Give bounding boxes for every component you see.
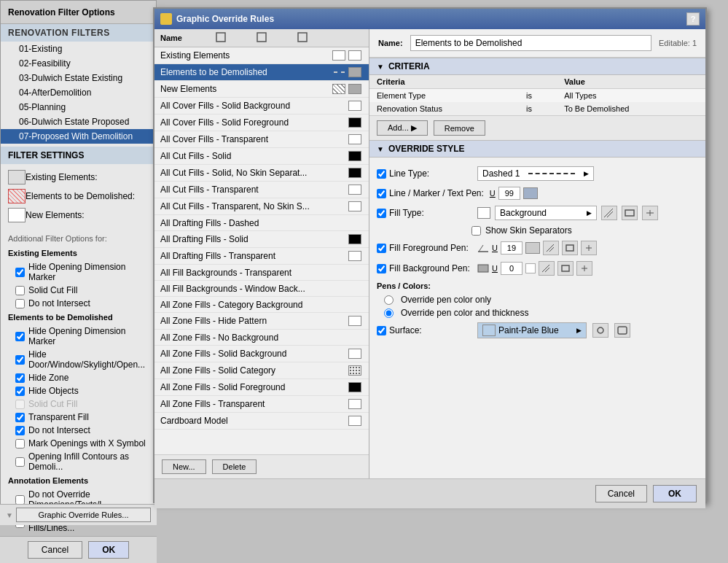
filter-item-05[interactable]: 05-Planning [1,100,156,114]
line-type-label: Line Type: [377,168,471,179]
fill-back-num[interactable]: 0 [501,262,522,275]
svg-rect-5 [625,210,634,216]
list-item-draft-solid[interactable]: All Drafting Fills - Solid [154,231,369,248]
fill-icon-btn2[interactable] [622,206,638,220]
criteria-cell-status: Renovation Status [369,102,519,115]
list-item-cover-trans[interactable]: All Cover Fills - Transparent [154,131,369,148]
gor-ok-button[interactable]: OK [653,485,697,502]
cb-demo-mark-openings[interactable]: Mark Openings with X Symbol [1,437,156,450]
eraser-btn[interactable] [525,263,536,273]
line-marker-num[interactable]: 99 [498,187,520,200]
cb-existing-do-not-intersect[interactable]: Do not Intersect [1,297,156,310]
new-rule-button[interactable]: New... [162,459,206,474]
existing-swatch2 [347,50,363,61]
filter-item-03[interactable]: 03-Dulwich Estate Existing [1,71,156,85]
list-item-cut-solid[interactable]: All Cut Fills - Solid [154,148,369,165]
cb-demo-hide-zone[interactable]: Hide Zone [1,371,156,384]
list-item-cut-solid-noskin[interactable]: All Cut Fills - Solid, No Skin Separat..… [154,165,369,182]
list-item-cardboard[interactable]: Cardboard Model [154,413,369,430]
fill-fore-color[interactable] [525,242,540,254]
criteria-row-2[interactable]: Renovation Status is To Be Demolished [369,102,705,115]
fill-fore-checkbox[interactable] [377,244,386,253]
filter-item-02[interactable]: 02-Feasibility [1,56,156,71]
cb-demo-opening-infill[interactable]: Opening Infill Contours as Demoli... [1,450,156,473]
radio-pen-thickness[interactable] [384,308,394,318]
cb-existing-solid-cut[interactable]: Solid Cut Fill [1,284,156,297]
radio-pen-only[interactable] [384,295,394,305]
list-item-draft-dashed[interactable]: All Drafting Fills - Dashed [154,215,369,231]
surface-checkbox[interactable] [377,326,386,335]
surface-btn1[interactable] [592,323,608,338]
help-button[interactable]: ? [686,12,700,26]
fill-fore-num[interactable]: 19 [501,241,522,255]
cb-demo-do-not-intersect[interactable]: Do not Intersect [1,424,156,437]
svg-rect-0 [216,33,225,42]
fill-back-checkbox[interactable] [377,264,386,273]
list-item-zone-nobg[interactable]: All Zone Fills - No Background [154,330,369,346]
reno-ok-button[interactable]: OK [88,541,129,559]
delete-rule-button[interactable]: Delete [212,459,257,474]
list-item-fillbg-trans[interactable]: All Fill Backgrounds - Transparent [154,265,369,281]
fill-fore-btn2[interactable] [562,241,578,255]
remove-criteria-button[interactable]: Remove [434,120,485,136]
line-marker-color-swatch[interactable] [523,187,538,199]
override-section-header[interactable]: ▼ OVERRIDE STYLE [369,140,705,158]
criteria-section-header[interactable]: ▼ CRITERIA [369,58,705,75]
cb-demo-hide-objects[interactable]: Hide Objects [1,384,156,397]
fill-back-btn3[interactable] [576,261,592,276]
list-item-cut-trans[interactable]: All Cut Fills - Transparent [154,182,369,198]
name-input[interactable] [410,35,651,51]
line-marker-checkbox[interactable] [377,189,386,198]
list-item-zone-hide[interactable]: All Zone Fills - Hide Pattern [154,313,369,330]
list-item-draft-trans[interactable]: All Drafting Fills - Transparent [154,248,369,265]
list-item-zone-catbg[interactable]: All Zone Fills - Category Background [154,297,369,313]
list-item-demolish[interactable]: Elements to be Demolished [154,64,369,81]
surface-btn2[interactable] [614,323,630,338]
list-item-new[interactable]: New Elements [154,81,369,98]
filter-item-06[interactable]: 06-Dulwich Estate Proposed [1,114,156,129]
cb-existing-hide-opening[interactable]: Hide Opening Dimension Marker [1,260,156,284]
filter-item-07[interactable]: 07-Proposed With Demolition [1,129,156,144]
cb-demo-hide-door[interactable]: Hide Door/Window/Skylight/Open... [1,348,156,371]
reno-cancel-button[interactable]: Cancel [28,541,82,559]
criteria-row-1[interactable]: Element Type is All Types [369,89,705,103]
line-type-checkbox[interactable] [377,169,386,179]
fill-back-btn1[interactable] [539,261,555,276]
filter-item-01[interactable]: 01-Existing [1,42,156,56]
fill-icon-btn1[interactable] [601,206,617,220]
cb-demo-transparent[interactable]: Transparent Fill [1,411,156,424]
fill-fore-btn3[interactable] [581,241,597,255]
radio-override-pen-only[interactable]: Override pen color only [377,293,698,306]
radio-pen-thickness-label: Override pen color and thickness [401,308,528,318]
list-item-zone-solidbg[interactable]: All Zone Fills - Solid Background [154,346,369,362]
list-item-cover-bg[interactable]: All Cover Fills - Solid Background [154,98,369,114]
radio-override-pen-thickness[interactable]: Override pen color and thickness [377,306,698,319]
line-marker-label: Line / Marker / Text Pen: [377,188,484,198]
line-type-dropdown[interactable]: Dashed 1 ▶ [477,166,594,181]
gor-left-panel: Name Existing Elements [154,29,369,478]
list-item-zone-solidcat[interactable]: All Zone Fills - Solid Category [154,362,369,379]
list-item-cut-trans-noskin[interactable]: All Cut Fills - Transparent, No Skin S..… [154,198,369,215]
fill-fore-btn1[interactable] [543,241,559,255]
zone-solidcat-swatch [347,365,363,376]
fill-icon-btn3[interactable] [642,206,658,220]
gor-cancel-button[interactable]: Cancel [595,485,647,502]
graphic-override-rules-button[interactable]: Graphic Override Rules... [16,508,151,522]
fill-type-dropdown[interactable]: Background ▶ [495,206,597,220]
gor-list-scroll[interactable]: Existing Elements Elements to be Demolis… [154,47,369,454]
override-triangle: ▼ [377,145,384,153]
list-item-zone-trans[interactable]: All Zone Fills - Transparent [154,396,369,413]
list-item-existing[interactable]: Existing Elements [154,47,369,64]
list-item-cover-fg[interactable]: All Cover Fills - Solid Foreground [154,114,369,131]
show-skin-checkbox[interactable] [471,226,481,236]
add-criteria-button[interactable]: Add... ▶ [377,120,428,136]
fill-back-btn2[interactable] [557,261,574,276]
surface-dropdown[interactable]: Paint-Pale Blue ▶ [477,322,587,338]
list-item-fillbg-window[interactable]: All Fill Backgrounds - Window Back... [154,281,369,297]
filter-item-04[interactable]: 04-AfterDemolition [1,85,156,100]
list-item-zone-solidfg[interactable]: All Zone Fills - Solid Foreground [154,379,369,396]
surface-row: Surface: Paint-Pale Blue ▶ [377,319,698,341]
cb-demo-hide-opening[interactable]: Hide Opening Dimension Marker [1,325,156,348]
cb-demo-solid-cut[interactable]: Solid Cut Fill [1,397,156,411]
fill-type-checkbox[interactable] [377,209,386,218]
